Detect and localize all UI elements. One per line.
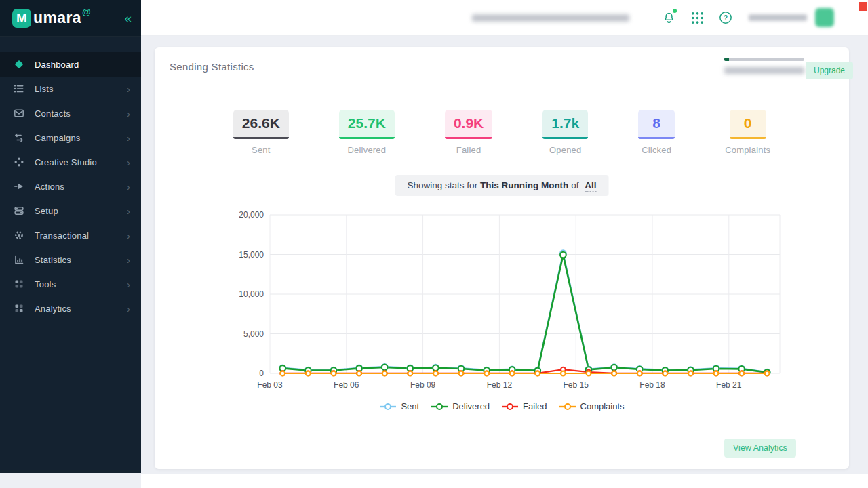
view-analytics-button[interactable]: View Analytics	[724, 439, 796, 458]
chevron-right-icon: ›	[127, 157, 130, 168]
sidebar-item-tools[interactable]: Tools›	[0, 272, 141, 296]
legend-complaints[interactable]: Complaints	[559, 401, 625, 411]
bottom-strip	[141, 474, 868, 488]
logo-at-icon: @	[82, 7, 91, 17]
sidebar-item-label: Analytics	[35, 304, 127, 314]
sidebar-item-actions[interactable]: Actions›	[0, 174, 141, 199]
sidebar-collapse-icon[interactable]: «	[124, 12, 132, 24]
stat-value: 26.6K	[233, 110, 289, 139]
legend-marker-icon	[501, 403, 519, 411]
stat-label: Complaints	[725, 145, 770, 155]
stat-value: 8	[638, 110, 675, 139]
stats-filter-bar: Showing stats for This Running Month of …	[395, 175, 609, 196]
sending-statistics-card: Sending Statistics Upgrade 26.6KSent25.7…	[155, 47, 849, 469]
legend-marker-icon	[379, 403, 397, 411]
logo-text: umara	[33, 9, 81, 27]
header-date-redacted	[472, 14, 629, 22]
chevron-right-icon: ›	[127, 303, 130, 314]
stat-sent: 26.6KSent	[233, 110, 289, 155]
sidebar-item-lists[interactable]: Lists›	[0, 77, 141, 101]
contacts-progress-fill	[724, 58, 729, 61]
chevron-right-icon: ›	[127, 205, 130, 217]
sidebar-item-label: Lists	[35, 84, 127, 94]
svg-text:Feb 06: Feb 06	[334, 380, 359, 390]
stat-label: Clicked	[638, 145, 675, 155]
sidebar-item-label: Dashboard	[35, 60, 130, 70]
legend-sent[interactable]: Sent	[379, 401, 419, 411]
dashboard-icon	[12, 59, 26, 70]
setup-icon	[12, 205, 26, 216]
chevron-right-icon: ›	[127, 254, 130, 266]
filter-period: This Running Month	[480, 180, 568, 190]
page-title: Sending Statistics	[170, 61, 254, 73]
stat-label: Failed	[445, 145, 492, 155]
legend-failed[interactable]: Failed	[501, 401, 547, 411]
notification-dot	[673, 9, 677, 13]
creative-studio-icon	[12, 157, 26, 167]
sidebar-item-dashboard[interactable]: Dashboard	[0, 52, 141, 77]
tools-icon	[12, 279, 26, 289]
legend-label: Delivered	[452, 401, 490, 411]
svg-text:Feb 18: Feb 18	[639, 380, 665, 390]
lists-icon	[12, 83, 26, 94]
sidebar-item-label: Actions	[35, 182, 127, 192]
stat-value: 1.7k	[542, 110, 588, 139]
chevron-right-icon: ›	[127, 181, 130, 192]
legend-marker-icon	[431, 403, 448, 411]
svg-text:Feb 12: Feb 12	[487, 380, 513, 390]
chevron-right-icon: ›	[127, 230, 130, 241]
stat-value: 0.9K	[445, 110, 492, 139]
chevron-right-icon: ›	[127, 279, 130, 290]
analytics-icon	[12, 303, 26, 314]
svg-text:Feb 15: Feb 15	[564, 380, 589, 390]
corner-red-badge	[859, 2, 867, 11]
contacts-count-redacted	[724, 67, 804, 74]
sidebar: M umara @ « DashboardLists›Contacts›Camp…	[0, 0, 141, 473]
sidebar-item-label: Setup	[35, 206, 127, 216]
stat-label: Delivered	[339, 145, 395, 155]
sidebar-item-transactional[interactable]: Transactional›	[0, 223, 141, 247]
legend-marker-icon	[559, 403, 576, 411]
svg-text:Feb 03: Feb 03	[257, 380, 283, 390]
transactional-icon	[12, 230, 26, 241]
svg-text:10,000: 10,000	[239, 289, 264, 299]
svg-text:15,000: 15,000	[239, 250, 264, 260]
apps-grid-icon[interactable]	[691, 12, 704, 24]
sidebar-item-label: Contacts	[35, 108, 127, 119]
sidebar-menu: DashboardLists›Contacts›Campaigns›Creati…	[0, 37, 141, 321]
legend-label: Failed	[523, 401, 547, 411]
sidebar-item-label: Statistics	[35, 255, 127, 265]
chart-svg: 05,00010,00015,00020,000Feb 03Feb 06Feb …	[224, 210, 793, 396]
sidebar-item-contacts[interactable]: Contacts›	[0, 101, 141, 125]
sidebar-item-analytics[interactable]: Analytics›	[0, 296, 141, 321]
sidebar-item-creative-studio[interactable]: Creative Studio›	[0, 150, 141, 174]
contacts-icon	[12, 108, 26, 119]
sending-stats-chart: 05,00010,00015,00020,000Feb 03Feb 06Feb …	[224, 210, 793, 396]
stat-label: Opened	[542, 145, 588, 155]
svg-text:20,000: 20,000	[239, 210, 264, 220]
legend-delivered[interactable]: Delivered	[431, 401, 490, 411]
filter-scope-dropdown[interactable]: All	[585, 180, 596, 192]
stat-value: 0	[730, 110, 766, 139]
sidebar-item-campaigns[interactable]: Campaigns›	[0, 125, 141, 150]
sidebar-item-label: Tools	[35, 279, 127, 289]
legend-label: Sent	[401, 401, 419, 411]
help-icon[interactable]: ?	[719, 11, 732, 24]
sidebar-item-setup[interactable]: Setup›	[0, 199, 141, 223]
bell-icon[interactable]	[662, 11, 676, 25]
chevron-right-icon: ›	[127, 108, 130, 119]
stat-complaints: 0Complaints	[725, 110, 770, 155]
stat-label: Sent	[233, 145, 289, 155]
svg-text:Feb 09: Feb 09	[410, 380, 436, 390]
top-header: ?	[141, 0, 868, 36]
sidebar-item-label: Transactional	[35, 230, 127, 241]
mumara-logo-icon: M	[12, 9, 31, 28]
svg-text:?: ?	[724, 14, 728, 22]
avatar[interactable]	[815, 8, 834, 27]
sidebar-item-statistics[interactable]: Statistics›	[0, 247, 141, 272]
svg-text:0: 0	[259, 369, 264, 378]
filter-prefix: Showing stats for	[408, 180, 478, 190]
sidebar-item-label: Creative Studio	[35, 157, 127, 167]
upgrade-button[interactable]: Upgrade	[806, 62, 853, 79]
username-redacted	[749, 14, 807, 21]
